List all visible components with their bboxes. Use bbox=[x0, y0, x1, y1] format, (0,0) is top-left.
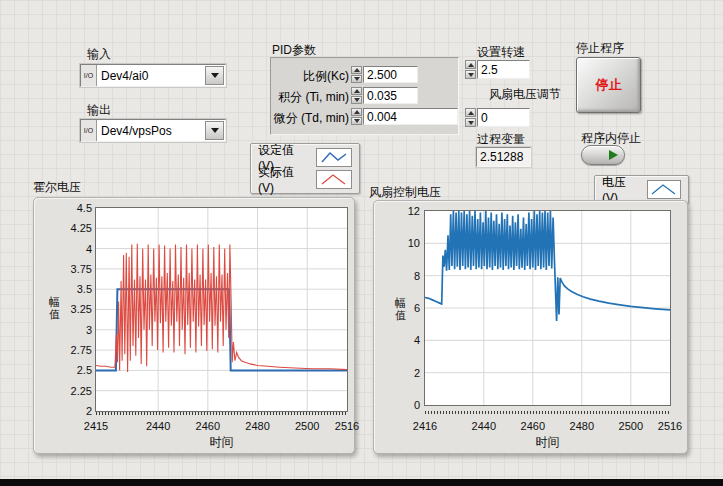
arrow-down-icon bbox=[468, 73, 474, 77]
y-tick-label: 3 bbox=[86, 324, 92, 336]
set-speed-label: 设置转速 bbox=[477, 44, 525, 61]
x-tick-label: 2500 bbox=[619, 420, 643, 432]
y-tick-label: 0 bbox=[414, 399, 420, 411]
pid-ti-spinner[interactable] bbox=[351, 87, 362, 104]
process-variable-label: 过程变量 bbox=[477, 131, 525, 148]
hall-voltage-chart: 4.54.2543.753.53.2532.752.52.252 幅值 2415… bbox=[33, 197, 355, 454]
x-tick-label: 2460 bbox=[196, 420, 220, 432]
y-tick-label: 12 bbox=[408, 205, 420, 217]
set-speed-spinner[interactable] bbox=[465, 60, 476, 79]
y-tick-label: 2 bbox=[86, 405, 92, 417]
x-axis-label: 时间 bbox=[96, 434, 347, 451]
y-tick-label: 4.5 bbox=[77, 202, 92, 214]
x-tick-label: 2516 bbox=[658, 420, 682, 432]
waveform-swatch-icon[interactable] bbox=[647, 180, 681, 199]
y-tick-label: 2.5 bbox=[77, 364, 92, 376]
y-tick-label: 2.75 bbox=[71, 344, 92, 356]
waveform-svg bbox=[425, 211, 670, 405]
fan-voltage-spinner[interactable] bbox=[465, 108, 476, 127]
x-axis-label: 时间 bbox=[425, 434, 670, 451]
legend-label: 实际值(V) bbox=[258, 164, 309, 195]
increment-button[interactable] bbox=[351, 108, 362, 116]
y-tick-label: 3.5 bbox=[77, 283, 92, 295]
dropdown-arrow-button[interactable] bbox=[205, 66, 224, 85]
x-axis-ticks: 241624402460248025002516 bbox=[425, 420, 670, 432]
x-tick-label: 2460 bbox=[521, 420, 545, 432]
plot-area[interactable] bbox=[95, 207, 348, 412]
output-channel-label: 输出 bbox=[87, 102, 111, 119]
x-tick-label: 2440 bbox=[472, 420, 496, 432]
waveform-svg bbox=[96, 208, 347, 411]
x-tick-label: 2500 bbox=[295, 420, 319, 432]
increment-button[interactable] bbox=[351, 66, 362, 74]
decrement-button[interactable] bbox=[351, 117, 362, 125]
process-variable-indicator: 2.51288 bbox=[476, 147, 531, 167]
pid-kc-label: 比例(Kc) bbox=[271, 68, 349, 85]
bottom-edge bbox=[0, 479, 723, 486]
legend-item-voltage[interactable]: 电压(V) bbox=[595, 179, 688, 201]
output-channel-value: Dev4/vpsPos bbox=[97, 120, 204, 141]
play-triangle-icon bbox=[609, 150, 618, 160]
x-tick-label: 2440 bbox=[146, 420, 170, 432]
y-tick-label: 2.25 bbox=[71, 385, 92, 397]
dropdown-arrow-button[interactable] bbox=[205, 121, 224, 140]
arrow-down-icon bbox=[354, 77, 360, 81]
set-speed-field[interactable]: 2.5 bbox=[477, 60, 530, 79]
pid-ti-field[interactable]: 0.035 bbox=[363, 87, 418, 104]
y-tick-label: 2 bbox=[414, 367, 420, 379]
pid-kc-field[interactable]: 2.500 bbox=[363, 66, 418, 83]
arrow-down-icon bbox=[468, 121, 474, 125]
pid-td-label: 微分 (Td, min) bbox=[271, 110, 349, 127]
arrow-up-icon bbox=[354, 89, 360, 93]
hall-chart-title: 霍尔电压 bbox=[33, 179, 81, 196]
y-tick-label: 3.75 bbox=[71, 263, 92, 275]
chevron-down-icon bbox=[211, 128, 219, 133]
pid-td-field[interactable]: 0.004 bbox=[363, 108, 458, 125]
x-axis-minor-ticks bbox=[425, 411, 670, 414]
labview-front-panel: 输入 I/O Dev4/ai0 输出 I/O Dev4/vpsPos PID参数… bbox=[0, 0, 723, 486]
decrement-button[interactable] bbox=[351, 96, 362, 104]
fan-chart-title: 风扇控制电压 bbox=[369, 184, 441, 201]
y-tick-label: 4 bbox=[414, 334, 420, 346]
increment-button[interactable] bbox=[465, 108, 476, 117]
pid-kc-spinner[interactable] bbox=[351, 66, 362, 83]
io-channel-icon: I/O bbox=[81, 65, 97, 86]
y-axis-label: 幅值 bbox=[394, 297, 407, 321]
decrement-button[interactable] bbox=[465, 70, 476, 79]
input-channel-dropdown[interactable]: I/O Dev4/ai0 bbox=[80, 64, 226, 87]
stop-button[interactable]: 停止 bbox=[576, 57, 641, 113]
waveform-swatch-icon[interactable] bbox=[316, 170, 352, 189]
arrow-up-icon bbox=[468, 63, 474, 67]
increment-button[interactable] bbox=[465, 60, 476, 69]
x-axis-minor-ticks bbox=[96, 412, 347, 415]
y-tick-label: 8 bbox=[414, 270, 420, 282]
fan-voltage-chart: 121086420 幅值 241624402460248025002516 时间 bbox=[373, 200, 688, 454]
fan-voltage-field[interactable]: 0 bbox=[477, 108, 530, 127]
chevron-down-icon bbox=[211, 73, 219, 78]
plot-area[interactable] bbox=[424, 210, 671, 406]
x-tick-label: 2415 bbox=[84, 420, 108, 432]
arrow-up-icon bbox=[354, 110, 360, 114]
pid-td-spinner[interactable] bbox=[351, 108, 362, 125]
x-tick-label: 2480 bbox=[245, 420, 269, 432]
pid-cluster: 比例(Kc) 2.500 积分 (Ti, min) 0.035 微分 (Td, … bbox=[270, 57, 459, 135]
input-channel-value: Dev4/ai0 bbox=[97, 65, 204, 86]
fan-voltage-label: 风扇电压调节 bbox=[489, 86, 561, 103]
x-tick-label: 2516 bbox=[335, 420, 359, 432]
arrow-up-icon bbox=[468, 111, 474, 115]
waveform-swatch-icon[interactable] bbox=[316, 148, 352, 167]
inner-stop-toggle[interactable] bbox=[581, 145, 625, 165]
stop-program-label: 停止程序 bbox=[576, 40, 624, 57]
input-channel-label: 输入 bbox=[87, 46, 111, 63]
output-channel-dropdown[interactable]: I/O Dev4/vpsPos bbox=[80, 119, 226, 142]
y-tick-label: 10 bbox=[408, 237, 420, 249]
arrow-down-icon bbox=[354, 119, 360, 123]
y-axis-label: 幅值 bbox=[48, 296, 61, 320]
y-tick-label: 4.25 bbox=[71, 222, 92, 234]
decrement-button[interactable] bbox=[465, 118, 476, 127]
hall-chart-legend: 设定值(V) 实际值(V) bbox=[250, 143, 360, 194]
legend-item-actual[interactable]: 实际值(V) bbox=[251, 169, 359, 191]
y-tick-label: 3.25 bbox=[71, 303, 92, 315]
increment-button[interactable] bbox=[351, 87, 362, 95]
decrement-button[interactable] bbox=[351, 75, 362, 83]
